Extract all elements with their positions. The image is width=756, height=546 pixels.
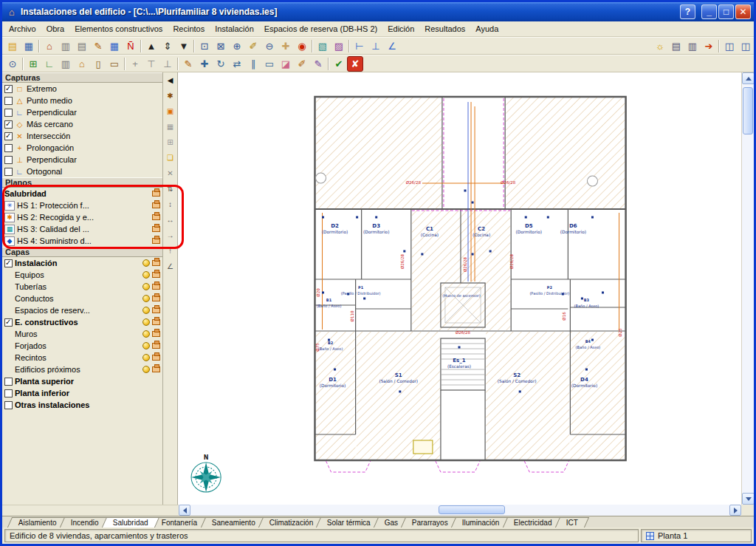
horizontal-scroll-thumb[interactable] bbox=[439, 505, 505, 514]
edit-plan-button[interactable]: ✎ bbox=[90, 38, 106, 54]
capture-checkbox[interactable] bbox=[4, 156, 13, 164]
capture-checkbox[interactable] bbox=[4, 144, 13, 152]
menu-item[interactable]: Archivo bbox=[4, 23, 41, 35]
capture-row[interactable]: □ Extremo bbox=[2, 83, 162, 95]
layer-print-icon[interactable] bbox=[152, 284, 160, 290]
capture-row[interactable]: + Prolongación bbox=[2, 142, 162, 154]
menu-item[interactable]: Obra bbox=[41, 23, 69, 35]
comment-button[interactable]: ❏ bbox=[164, 152, 176, 164]
zoom-out-button[interactable]: ⊖ bbox=[261, 38, 278, 54]
close-button[interactable]: ✕ bbox=[735, 4, 751, 19]
horizontal-scrollbar[interactable] bbox=[179, 505, 741, 516]
layer-visibility-icon[interactable] bbox=[142, 366, 150, 373]
layer-checkbox[interactable] bbox=[4, 401, 13, 409]
plan-item-row[interactable]: ◆ HS 4: Suministro d... bbox=[2, 235, 162, 247]
capture-checkbox[interactable] bbox=[4, 97, 13, 105]
capture-checkbox[interactable] bbox=[4, 120, 13, 129]
print-preview-button[interactable]: ▥ bbox=[684, 38, 701, 54]
scroll-down-button[interactable] bbox=[742, 493, 754, 505]
module-tab[interactable]: Aislamiento bbox=[7, 517, 68, 528]
angle-button[interactable]: ∠ bbox=[384, 38, 400, 54]
drawing-print-button[interactable]: ▧ bbox=[315, 38, 331, 54]
angle-strip-button[interactable]: ∠ bbox=[164, 261, 176, 273]
layer-print-icon[interactable] bbox=[152, 331, 160, 337]
new-work-button[interactable]: ⌂ bbox=[41, 38, 58, 54]
layer-visibility-icon[interactable] bbox=[142, 271, 150, 279]
menu-item[interactable]: Resultados bbox=[419, 23, 470, 35]
move-button[interactable]: ✚ bbox=[196, 56, 213, 72]
capture-row[interactable]: ✕ Intersección bbox=[2, 130, 162, 142]
module-tab[interactable]: Salubridad bbox=[101, 517, 159, 528]
spacer[interactable] bbox=[400, 38, 652, 54]
plan-item-print-icon[interactable] bbox=[152, 202, 160, 208]
layer-row[interactable]: Edificios próximos bbox=[2, 364, 162, 375]
plan-item-print-icon[interactable] bbox=[152, 214, 160, 220]
assign-button[interactable]: ✎ bbox=[310, 56, 326, 72]
tools-button[interactable]: ✱ bbox=[164, 90, 176, 102]
vertical-scroll-thumb[interactable] bbox=[743, 87, 753, 134]
layer-visibility-icon[interactable] bbox=[142, 295, 150, 302]
menu-item[interactable]: Elementos constructivos bbox=[69, 23, 168, 35]
scroll-left-button[interactable] bbox=[179, 505, 190, 516]
measure-button[interactable]: ⊞ bbox=[164, 137, 176, 149]
plan-item-row[interactable]: ✱ HS 2: Recogida y e... bbox=[2, 211, 162, 223]
copy-button[interactable]: ▭ bbox=[261, 56, 278, 72]
capture-checkbox[interactable] bbox=[4, 85, 13, 93]
module-tab[interactable]: Fontanería bbox=[151, 517, 209, 528]
scroll-right-button[interactable] bbox=[729, 505, 741, 516]
guide-top-button[interactable]: ⊤ bbox=[143, 56, 159, 72]
menu-item[interactable]: Instalación bbox=[210, 23, 259, 35]
layer-row[interactable]: Tuberías bbox=[2, 281, 162, 293]
layer-row[interactable]: Conductos bbox=[2, 293, 162, 304]
layer-row[interactable]: E. constructivos bbox=[2, 316, 162, 328]
layer-checkbox[interactable] bbox=[4, 378, 13, 386]
door-button[interactable]: ▯ bbox=[90, 56, 106, 72]
menu-item[interactable]: Ayuda bbox=[470, 23, 504, 35]
layer-visibility-icon[interactable] bbox=[142, 342, 150, 349]
layer-row[interactable]: Otras instalaciones bbox=[2, 399, 162, 411]
height-button[interactable]: ↕ bbox=[164, 199, 176, 211]
module-tab[interactable]: Solar térmica bbox=[316, 517, 382, 528]
accept-button[interactable]: ✔ bbox=[331, 56, 347, 72]
layer-print-icon[interactable] bbox=[152, 343, 160, 349]
layer-row[interactable]: Planta inferior bbox=[2, 387, 162, 399]
minimize-button[interactable]: _ bbox=[701, 4, 717, 19]
dimension-button[interactable]: ⊢ bbox=[351, 38, 368, 54]
layer-visibility-icon[interactable] bbox=[142, 259, 150, 267]
window-element-button[interactable]: ▭ bbox=[106, 56, 123, 72]
building-data-button[interactable]: ▥ bbox=[58, 38, 74, 54]
select-floor-button[interactable]: ⇕ bbox=[159, 38, 176, 54]
save-button[interactable]: ▦ bbox=[21, 38, 37, 54]
help-button[interactable]: ? bbox=[680, 4, 695, 19]
previous-floor-button[interactable]: ▲ bbox=[143, 38, 159, 54]
layer-visibility-button[interactable]: ☼ bbox=[652, 38, 668, 54]
menu-item[interactable]: Recintos bbox=[168, 23, 210, 35]
vertical-scrollbar[interactable] bbox=[741, 72, 754, 505]
restore-button[interactable]: □ bbox=[718, 4, 734, 19]
zoom-previous-button[interactable]: ⊙ bbox=[4, 56, 21, 72]
drawing-views-button[interactable]: ▨ bbox=[331, 38, 347, 54]
floors-button[interactable]: ▤ bbox=[74, 38, 90, 54]
plan-item-print-icon[interactable] bbox=[152, 238, 160, 244]
plan-item-print-icon[interactable] bbox=[152, 226, 160, 232]
ortho-button[interactable]: + bbox=[127, 56, 143, 72]
zoom-extents-button[interactable]: ⊠ bbox=[213, 38, 229, 54]
layer-print-icon[interactable] bbox=[152, 319, 160, 325]
texts-button[interactable]: ▦ bbox=[164, 121, 176, 133]
select-color-button[interactable]: ▣ bbox=[164, 106, 176, 117]
guide-bottom-button[interactable]: ⊥ bbox=[159, 56, 176, 72]
module-tab[interactable]: ICT bbox=[554, 517, 588, 528]
plan-item-row[interactable]: ▦ HS 3: Calidad del ... bbox=[2, 223, 162, 235]
grid-button[interactable]: ▦ bbox=[106, 38, 123, 54]
vertical-scroll-track[interactable] bbox=[742, 84, 754, 493]
open-button[interactable]: ▤ bbox=[4, 38, 21, 54]
module-tab[interactable]: Saneamiento bbox=[201, 517, 267, 528]
layer-row[interactable]: Planta superior bbox=[2, 375, 162, 387]
layer-print-icon[interactable] bbox=[152, 296, 160, 301]
right-button[interactable]: → bbox=[164, 230, 176, 242]
layer-visibility-icon[interactable] bbox=[142, 283, 150, 290]
layer-checkbox[interactable] bbox=[4, 389, 13, 397]
horizontal-scroll-track[interactable] bbox=[190, 505, 729, 516]
print-button[interactable]: ▤ bbox=[668, 38, 684, 54]
capture-checkbox[interactable] bbox=[4, 168, 13, 176]
